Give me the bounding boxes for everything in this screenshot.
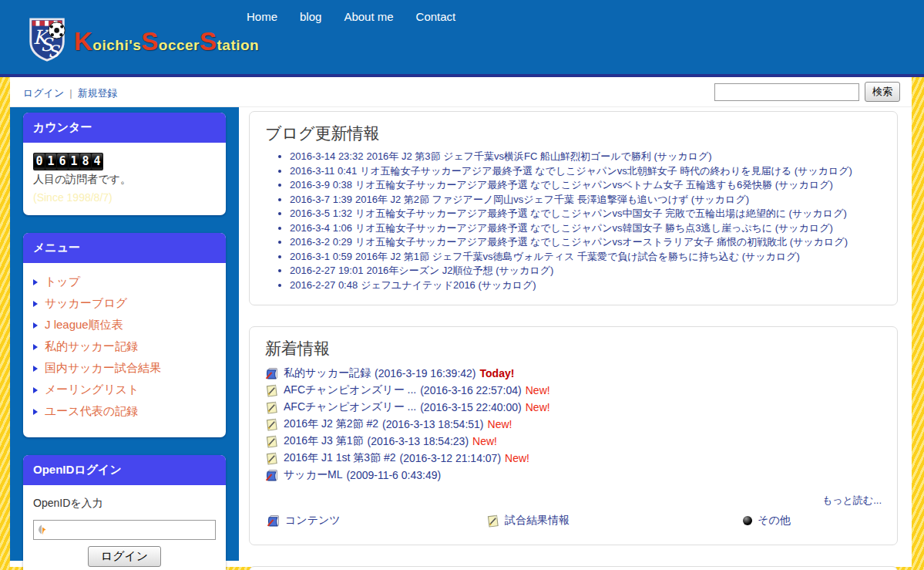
sidebar: カウンター 016184 人目の訪問者です。 (Since 1998/8/7) … [10,107,239,561]
blog-entry-title: リオ五輪女子サッカーアジア最終予選 なでしこジャパンvsベトナム女子 五輪逃すも… [355,179,833,191]
menu-link[interactable]: 私的サッカー記録 [45,339,138,354]
nav-link[interactable]: About me [344,10,393,23]
blog-updates-title: ブログ更新情報 [265,123,882,144]
menu-widget-title: メニュー [23,233,226,263]
triangle-bullet-icon [33,279,38,285]
news-item-date: (2009-11-6 0:43:49) [346,469,441,481]
blog-entry-date: 2016-3-4 1:06 [290,222,352,234]
menu-link[interactable]: 国内サッカー試合結果 [45,361,161,376]
blog-entry[interactable]: 2016-3-14 23:322016年 J2 第3節 ジェフ千葉vs横浜FC … [290,150,882,164]
news-legend: コンテンツ 試合結果情報 その他 [265,514,882,532]
news-item-badge: New! [472,435,497,447]
site-logo[interactable]: K S S Koichi'sSoccerStation [25,15,259,66]
news-item: AFCチャンピオンズリー ...(2016-3-16 22:57:04)New! [265,382,882,399]
svg-text:S: S [48,42,60,61]
sphere-icon [743,516,752,525]
site-header: K S S Koichi'sSoccerStation HomeblogAbou… [0,0,924,77]
book-icon [267,514,281,528]
menu-item: メーリングリスト [33,383,216,397]
news-item-date: (2016-3-13 18:54:51) [382,418,484,430]
blog-entry[interactable]: 2016-3-9 0:38リオ五輪女子サッカーアジア最終予選 なでしこジャパンv… [290,178,882,193]
menu-widget: メニュー トップサッカーブログJ league順位表私的サッカー記録国内サッカー… [23,233,226,437]
note-icon [486,514,500,528]
counter-digit: 4 [92,153,102,170]
nav-link[interactable]: Home [247,10,277,23]
menu-link[interactable]: J league順位表 [45,318,123,332]
blog-entry-date: 2016-2-27 19:01 [290,265,363,276]
counter-caption: 人目の訪問者です。 [33,173,216,187]
menu-item: ユース代表の記録 [33,404,216,419]
blog-entry-date: 2016-3-9 0:38 [290,179,352,191]
news-item-name[interactable]: AFCチャンピオンズリー ... [284,400,416,414]
legend-match-results-label: 試合結果情報 [505,514,570,528]
register-link[interactable]: 新規登録 [78,87,118,99]
counter-widget: カウンター 016184 人目の訪問者です。 (Since 1998/8/7) [23,113,226,215]
news-item-icon [265,452,279,465]
news-item-icon [265,418,279,431]
news-box: 新着情報 私的サッカー記録(2016-3-19 16:39:42)Today!A… [249,326,898,545]
menu-link[interactable]: トップ [45,275,80,289]
triangle-bullet-icon [33,409,38,415]
nav-link[interactable]: blog [300,10,321,23]
blog-entry-title: 2016年シーズン J2順位予想 (サッカログ) [366,265,553,276]
blog-entry-date: 2016-3-1 0:59 [290,251,352,262]
separator: | [69,87,72,99]
news-item-icon [265,469,279,482]
openid-input[interactable] [33,520,216,540]
news-item: 2016年 J1 1st 第3節 #2(2016-3-12 21:14:07)N… [265,450,882,467]
news-item-name[interactable]: サッカーML [284,468,342,482]
blog-entry[interactable]: 2016-2-27 19:012016年シーズン J2順位予想 (サッカログ) [290,264,882,278]
legend-contents: コンテンツ [267,514,341,528]
news-item: 私的サッカー記録(2016-3-19 16:39:42)Today! [265,365,882,382]
news-item-name[interactable]: 2016年 J3 第1節 [284,434,364,448]
triangle-bullet-icon [33,387,38,393]
counter-digit: 8 [80,153,91,170]
search-button[interactable]: 検索 [865,82,900,102]
news-item: サッカーML(2009-11-6 0:43:49) [265,467,882,484]
blog-entry[interactable]: 2016-3-1 0:592016年 J2 第1節 ジェフ千葉vs徳島ヴォルティ… [290,250,882,265]
openid-login-button[interactable]: ログイン [88,546,161,567]
triangle-bullet-icon [33,366,38,372]
nav-link[interactable]: Contact [416,10,456,23]
news-item-date: (2016-3-19 16:39:42) [375,367,476,379]
login-link[interactable]: ログイン [23,87,64,99]
openid-label: OpenIDを入力 [33,497,216,511]
legend-other-label: その他 [758,514,791,528]
counter-digit: 1 [69,153,79,170]
logo-wordmark-segment: S [141,29,159,54]
logo-wordmark-segment: tation [217,38,260,52]
menu-link[interactable]: ユース代表の記録 [45,404,138,419]
triangle-bullet-icon [33,344,38,350]
news-item-name[interactable]: 私的サッカー記録 [284,366,371,380]
blog-entry[interactable]: 2016-3-4 1:06リオ五輪女子サッカーアジア最終予選 なでしこジャパンv… [290,221,882,236]
counter-digit: 1 [45,153,56,170]
visitor-counter: 016184 [33,153,103,170]
blog-entry-title: 2016年 J2 第1節 ジェフ千葉vs徳島ヴォルティス 千葉愛で負け試合を勝ち… [355,251,800,262]
blog-entry[interactable]: 2016-3-2 0:29リオ五輪女子サッカーアジア最終予選 なでしこジャパンv… [290,235,882,250]
blog-entry[interactable]: 2016-2-27 0:48ジェフユナイテッド2016 (サッカログ) [290,278,882,293]
news-item: AFCチャンピオンズリー ...(2016-3-15 22:40:00)New! [265,399,882,416]
legend-match-results: 試合結果情報 [486,514,570,528]
blog-entry[interactable]: 2016-3-5 1:32リオ五輪女子サッカーアジア最終予選 なでしこジャパンv… [290,207,882,221]
blog-entry-title: リオ五輪女子サッカーアジア最終予選 なでしこジャパンvs北朝鮮女子 時代の終わり… [360,165,852,177]
legend-contents-label: コンテンツ [285,514,341,528]
logo-wordmark-segment: oichi's [92,38,141,52]
logo-wordmark: Koichi'sSoccerStation [74,29,259,54]
news-item-date: (2016-3-12 21:14:07) [400,452,502,464]
blog-entry-date: 2016-3-14 23:32 [290,150,363,162]
menu-link[interactable]: メーリングリスト [45,383,139,397]
search-input[interactable] [714,83,859,101]
news-item-date: (2016-3-16 22:57:04) [420,384,522,396]
blog-entry-date: 2016-3-5 1:32 [290,207,352,219]
news-item-name[interactable]: 2016年 J2 第2節 #2 [284,417,378,431]
blog-updates-box: ブログ更新情報 2016-3-14 23:322016年 J2 第3節 ジェフ千… [249,111,898,305]
blog-entry[interactable]: 2016-3-7 1:392016年 J2 第2節 ファジアーノ岡山vsジェフ千… [290,193,882,207]
blog-entry[interactable]: 2016-3-11 0:41リオ五輪女子サッカーアジア最終予選 なでしこジャパン… [290,164,882,179]
counter-since: (Since 1998/8/7) [33,191,216,204]
news-item-name[interactable]: AFCチャンピオンズリー ... [284,383,416,397]
news-item-name[interactable]: 2016年 J1 1st 第3節 #2 [284,451,396,465]
read-more-link[interactable]: もっと読む... [265,494,882,508]
news-item-badge: New! [526,401,550,413]
counter-digit: 0 [34,153,45,170]
menu-link[interactable]: サッカーブログ [45,296,127,311]
